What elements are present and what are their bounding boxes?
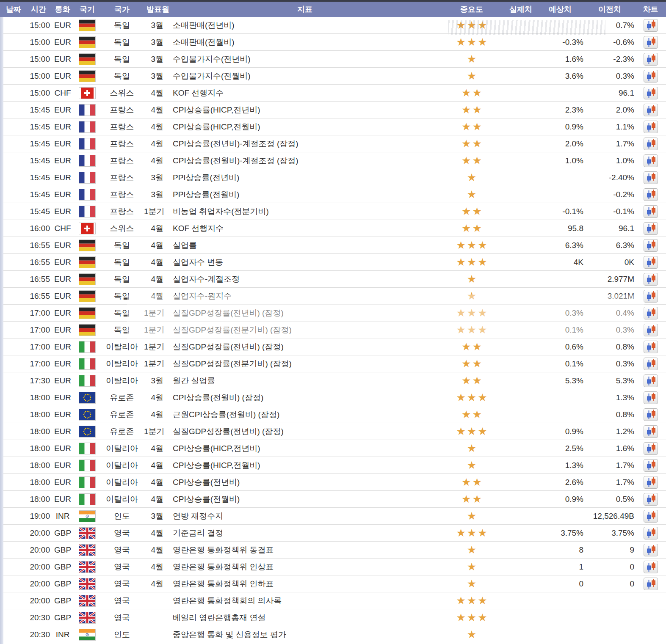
importance-star-icon: ★: [467, 542, 478, 558]
indicator-link[interactable]: 수입물가지수(전월비): [172, 68, 438, 85]
candlestick-chart-button[interactable]: [644, 222, 658, 235]
candlestick-chart-button[interactable]: [644, 510, 658, 523]
date-cell: [0, 542, 26, 559]
candlestick-chart-button[interactable]: [644, 561, 658, 573]
indicator-link[interactable]: 연방 재정수지: [172, 508, 438, 525]
candlestick-chart-button[interactable]: [644, 205, 658, 218]
indicator-link[interactable]: 베일리 영란은행총재 연설: [172, 609, 438, 626]
indicator-link[interactable]: CPI상승률(전년비): [172, 474, 438, 491]
indicator-link[interactable]: 실업자수-원지수: [172, 288, 438, 305]
importance-cell: ★★★: [438, 305, 506, 322]
candlestick-chart-button[interactable]: [644, 324, 658, 336]
indicator-link[interactable]: 실질GDP성장률(전년비) (잠정): [172, 423, 438, 440]
calendar-event-row: 15:45 EUR 프랑스 4월 CPI상승률(HICP,전월비) ★★ 0.9…: [0, 118, 666, 135]
candlestick-chart-icon: [644, 409, 657, 420]
indicator-link[interactable]: CPI상승률(HICP,전년비): [172, 440, 438, 457]
forecast-cell: [536, 406, 584, 423]
candlestick-chart-button[interactable]: [644, 104, 658, 116]
release-month-cell: 4월: [144, 457, 172, 474]
candlestick-chart-button[interactable]: [644, 138, 658, 150]
candlestick-chart-button[interactable]: [644, 307, 658, 319]
currency-cell: EUR: [51, 203, 75, 220]
candlestick-chart-button[interactable]: [644, 408, 658, 421]
candlestick-chart-button[interactable]: [644, 442, 658, 455]
indicator-link[interactable]: 수입물가지수(전년비): [172, 51, 438, 68]
candlestick-chart-button[interactable]: [644, 121, 658, 133]
candlestick-chart-button[interactable]: [644, 256, 658, 269]
candlestick-chart-button[interactable]: [644, 87, 658, 99]
flag-cell: [75, 68, 100, 85]
indicator-link[interactable]: 중앙은행 통화 및 신용정보 평가: [172, 626, 438, 643]
chart-cell: [635, 271, 666, 288]
release-month-cell: 4월: [144, 254, 172, 271]
indicator-link[interactable]: 기준금리 결정: [172, 525, 438, 542]
country-cell: 프랑스: [100, 118, 144, 135]
indicator-link[interactable]: CPI상승률(전년비)-계절조정 (잠정): [172, 135, 438, 152]
candlestick-chart-button[interactable]: [644, 188, 658, 201]
candlestick-chart-button[interactable]: [644, 36, 658, 49]
candlestick-chart-button[interactable]: [644, 53, 658, 66]
time-cell: 15:45: [26, 152, 51, 169]
indicator-link[interactable]: KOF 선행지수: [172, 85, 438, 102]
candlestick-chart-button[interactable]: [644, 425, 658, 438]
date-cell: [0, 626, 26, 643]
candlestick-chart-button[interactable]: [644, 358, 658, 370]
indicator-link[interactable]: 실업자수-계절조정: [172, 271, 438, 288]
candlestick-chart-button[interactable]: [644, 341, 658, 353]
indicator-link[interactable]: KOF 선행지수: [172, 220, 438, 237]
importance-star-icon: ★★: [462, 491, 483, 507]
forecast-cell: [536, 17, 584, 34]
indicator-link[interactable]: 월간 실업률: [172, 372, 438, 389]
candlestick-chart-button[interactable]: [644, 374, 658, 387]
calendar-event-row: 15:00 EUR 독일 3월 소매판매(전월비) ★★★ -0.3% -0.6…: [0, 34, 666, 51]
indicator-link[interactable]: PPI상승률(전년비): [172, 169, 438, 186]
indicator-link[interactable]: 영란은행 통화정책위 인하표: [172, 575, 438, 592]
indicator-link[interactable]: CPI상승률(HICP,전년비): [172, 102, 438, 118]
indicator-link[interactable]: CPI상승률(HICP,전월비): [172, 457, 438, 474]
france-flag-icon: [79, 206, 96, 217]
indicator-link[interactable]: CPI상승률(전월비): [172, 491, 438, 508]
candlestick-chart-button[interactable]: [644, 544, 658, 556]
country-cell: 영국: [100, 575, 144, 592]
indicator-link[interactable]: 실질GDP성장률(전분기비) (잠정): [172, 355, 438, 372]
candlestick-chart-button[interactable]: [644, 273, 658, 286]
candlestick-chart-button[interactable]: [644, 239, 658, 252]
indicator-link[interactable]: 실질GDP성장률(전년비) (잠정): [172, 339, 438, 355]
indicator-link[interactable]: 영란은행 통화정책위 동결표: [172, 542, 438, 559]
indicator-link[interactable]: 소매판매(전월비): [172, 34, 438, 51]
candlestick-chart-button[interactable]: [644, 391, 658, 404]
release-month-cell: 4월: [144, 542, 172, 559]
indicator-link[interactable]: CPI상승률(전월비) (잠정): [172, 389, 438, 406]
importance-star-icon: ★: [467, 559, 478, 575]
candlestick-chart-button[interactable]: [644, 290, 658, 303]
indicator-link[interactable]: 실질GDP성장률(전년비) (잠정): [172, 305, 438, 322]
col-header-previous: 이전치: [584, 1, 635, 17]
candlestick-chart-button[interactable]: [644, 459, 658, 472]
candlestick-chart-button[interactable]: [644, 493, 658, 506]
indicator-link[interactable]: 영란은행 통화정책회의 의사록: [172, 592, 438, 609]
indicator-link[interactable]: PPI상승률(전월비): [172, 186, 438, 203]
indicator-link[interactable]: CPI상승률(전월비)-계절조정 (잠정): [172, 152, 438, 169]
indicator-link[interactable]: CPI상승률(HICP,전월비): [172, 118, 438, 135]
indicator-link[interactable]: 실업자수 변동: [172, 254, 438, 271]
candlestick-chart-button[interactable]: [644, 70, 658, 83]
candlestick-chart-button[interactable]: [644, 154, 658, 167]
previous-cell: 0.5%: [584, 491, 635, 508]
currency-cell: EUR: [51, 17, 75, 34]
indicator-link[interactable]: 비농업 취업자수(전분기비): [172, 203, 438, 220]
candlestick-chart-button[interactable]: [644, 19, 658, 32]
candlestick-chart-button[interactable]: [644, 476, 658, 489]
candlestick-chart-button[interactable]: [644, 578, 658, 590]
release-month-cell: 1분기: [144, 339, 172, 355]
chart-cell: [635, 17, 666, 34]
indicator-link[interactable]: 근원CPI상승률(전월비) (잠정): [172, 406, 438, 423]
country-cell: 유로존: [100, 389, 144, 406]
candlestick-chart-button[interactable]: [644, 171, 658, 184]
time-cell: 18:00: [26, 457, 51, 474]
indicator-link[interactable]: 영란은행 통화정책위 인상표: [172, 559, 438, 575]
candlestick-chart-button[interactable]: [644, 527, 658, 539]
indicator-link[interactable]: 실질GDP성장률(전분기비) (잠정): [172, 322, 438, 339]
indicator-link[interactable]: 소매판매(전년비): [172, 17, 438, 34]
indicator-link[interactable]: 실업률: [172, 237, 438, 254]
candlestick-chart-icon: [644, 308, 657, 319]
